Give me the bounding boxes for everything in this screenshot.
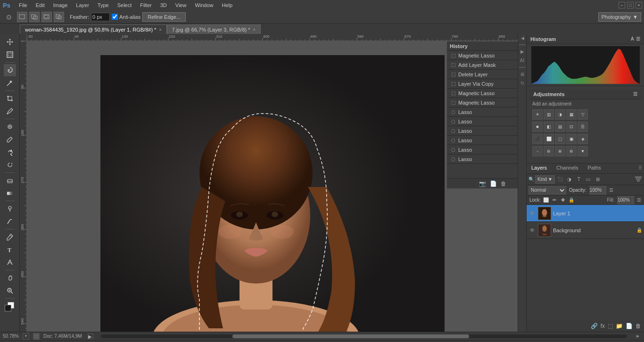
- adj-bw-button[interactable]: ▤: [555, 122, 565, 132]
- menu-layer[interactable]: Layer: [72, 1, 93, 9]
- history-item[interactable]: ◌ Lasso: [447, 155, 518, 164]
- lock-all[interactable]: 🔒: [568, 197, 575, 204]
- history-item[interactable]: ◌ Lasso: [447, 136, 518, 145]
- adj-posterize-button[interactable]: ⬜: [544, 134, 554, 144]
- pen-tool[interactable]: [4, 231, 16, 243]
- layer-item-layer1[interactable]: 👁 Layer 1: [527, 205, 644, 222]
- tab-layers[interactable]: Layers: [527, 163, 552, 173]
- fill-menu-icon[interactable]: ☰: [637, 197, 641, 203]
- maximize-button[interactable]: □: [627, 2, 634, 8]
- main-canvas[interactable]: History ▶▶ ☰ ⬚ Magnetic Lasso ⬚: [27, 41, 518, 332]
- filter-toggle[interactable]: [635, 176, 642, 183]
- refine-edge-button[interactable]: Refine Edge...: [142, 12, 186, 22]
- adj-extra3-button[interactable]: ⊗: [555, 146, 565, 156]
- adj-extra4-button[interactable]: ⊛: [566, 146, 577, 156]
- lock-transparent-pixels[interactable]: ⬜: [543, 197, 549, 204]
- tab-paths[interactable]: Paths: [583, 163, 606, 173]
- filter-shape-layers[interactable]: ▭: [584, 175, 593, 184]
- adj-extra2-button[interactable]: ⊚: [544, 146, 554, 156]
- rotate-icon[interactable]: ↻: [520, 81, 524, 86]
- blend-mode-select[interactable]: Normal: [528, 186, 566, 195]
- color-swatches[interactable]: [4, 301, 16, 313]
- background-visibility-toggle[interactable]: 👁: [528, 227, 536, 234]
- add-selection-button[interactable]: [29, 12, 40, 22]
- create-group-button[interactable]: 📁: [616, 323, 623, 329]
- opacity-input[interactable]: [589, 186, 606, 195]
- menu-window[interactable]: Window: [191, 1, 217, 9]
- new-document-from-state-button[interactable]: 📄: [490, 180, 497, 187]
- workspace-dropdown[interactable]: Photography ▼: [598, 12, 641, 22]
- arrange-icon[interactable]: ⊞: [520, 72, 524, 77]
- add-layer-style-button[interactable]: fx: [601, 323, 605, 329]
- lasso-tool[interactable]: [4, 64, 16, 76]
- adj-curves-button[interactable]: ◑: [555, 109, 565, 120]
- menu-image[interactable]: Image: [50, 1, 72, 9]
- dodge-tool[interactable]: [4, 203, 16, 215]
- tab-channels[interactable]: Channels: [552, 163, 583, 173]
- history-item[interactable]: ⬚ Delete Layer: [447, 70, 518, 79]
- fill-input[interactable]: [617, 196, 634, 204]
- delete-state-button[interactable]: 🗑: [501, 180, 506, 187]
- link-layers-button[interactable]: 🔗: [591, 323, 598, 329]
- history-item[interactable]: ◌ Lasso: [447, 145, 518, 155]
- menu-3d[interactable]: 3D: [157, 1, 171, 9]
- histogram-font-icon[interactable]: A: [631, 36, 634, 41]
- close-button[interactable]: ×: [636, 2, 642, 8]
- menu-file[interactable]: File: [15, 1, 31, 9]
- history-item[interactable]: ⬚ Add Layer Mask: [447, 60, 518, 70]
- magic-wand-tool[interactable]: [4, 77, 16, 89]
- gradient-tool[interactable]: [4, 187, 16, 199]
- menu-type[interactable]: Type: [94, 1, 113, 9]
- healing-brush-tool[interactable]: [4, 121, 16, 133]
- create-new-layer-button[interactable]: 📄: [626, 323, 633, 329]
- adjustments-collapse-icon[interactable]: ☰: [633, 91, 637, 97]
- layer1-visibility-toggle[interactable]: 👁: [528, 210, 536, 217]
- adj-hue-sat-button[interactable]: ■: [532, 122, 543, 132]
- history-item[interactable]: ⬚ Layer Via Copy: [447, 79, 518, 89]
- zoom-tool[interactable]: [4, 285, 16, 297]
- tab-close-0[interactable]: ×: [159, 27, 161, 32]
- artboard-tool[interactable]: [4, 49, 16, 61]
- history-item[interactable]: ⬚ Magnetic Lasso: [447, 98, 518, 107]
- anti-alias-checkbox[interactable]: [112, 14, 118, 20]
- history-brush-tool[interactable]: [4, 159, 16, 171]
- foreground-color-swatch[interactable]: [5, 305, 11, 311]
- adj-exposure-button[interactable]: ▦: [566, 109, 577, 120]
- type-tool[interactable]: T: [4, 244, 16, 256]
- canvas-h-scrollbar-thumb[interactable]: [232, 334, 469, 338]
- scroll-right-end[interactable]: ▶: [635, 333, 641, 340]
- add-mask-button[interactable]: ⬚: [608, 323, 613, 329]
- adj-photo-filter-button[interactable]: ⊡: [566, 122, 577, 132]
- crop-tool[interactable]: [4, 92, 16, 105]
- histogram-menu-icon[interactable]: ☰: [636, 36, 640, 41]
- feather-input[interactable]: [91, 13, 110, 21]
- history-item[interactable]: ⬚ Magnetic Lasso: [447, 51, 518, 60]
- adj-colorbalance-button[interactable]: ◧: [544, 122, 554, 132]
- clone-stamp-tool[interactable]: [4, 146, 16, 158]
- filter-pixel-layers[interactable]: ⬛: [556, 175, 564, 184]
- tab-close-1[interactable]: ×: [253, 27, 256, 32]
- new-snapshot-button[interactable]: 📷: [479, 180, 486, 187]
- menu-help[interactable]: Help: [218, 1, 237, 9]
- subtract-selection-button[interactable]: [41, 12, 52, 22]
- intersect-selection-button[interactable]: [54, 12, 64, 22]
- status-menu-button[interactable]: ▶: [88, 334, 93, 339]
- collapse-strip[interactable]: ◀: [520, 36, 525, 41]
- menu-filter[interactable]: Filter: [136, 1, 155, 9]
- history-item[interactable]: ◌ Lasso: [447, 117, 518, 126]
- path-selection-tool[interactable]: [4, 256, 16, 269]
- tab-0[interactable]: woman-3584435_1920.jpg @ 50,8% (Layer 1,…: [20, 24, 167, 34]
- adj-extra5-button[interactable]: ▼: [578, 146, 588, 156]
- layers-kind-dropdown[interactable]: Kind ▼: [535, 175, 555, 184]
- eyedropper-tool[interactable]: [4, 105, 16, 117]
- filter-adjustment-layers[interactable]: ◑: [565, 175, 574, 184]
- lock-position[interactable]: ✥: [560, 197, 566, 204]
- adj-gradient-map-button[interactable]: ▣: [566, 134, 577, 144]
- canvas-h-scrollbar[interactable]: [101, 334, 627, 338]
- layer-item-background[interactable]: 👁 Background 🔒: [527, 222, 644, 239]
- history-item[interactable]: ◌ Lasso: [447, 126, 518, 136]
- adj-extra-button[interactable]: ▫: [532, 146, 543, 156]
- menu-edit[interactable]: Edit: [32, 1, 49, 9]
- navigator-button[interactable]: ⬚: [33, 333, 40, 340]
- filter-type-layers[interactable]: T: [575, 175, 583, 184]
